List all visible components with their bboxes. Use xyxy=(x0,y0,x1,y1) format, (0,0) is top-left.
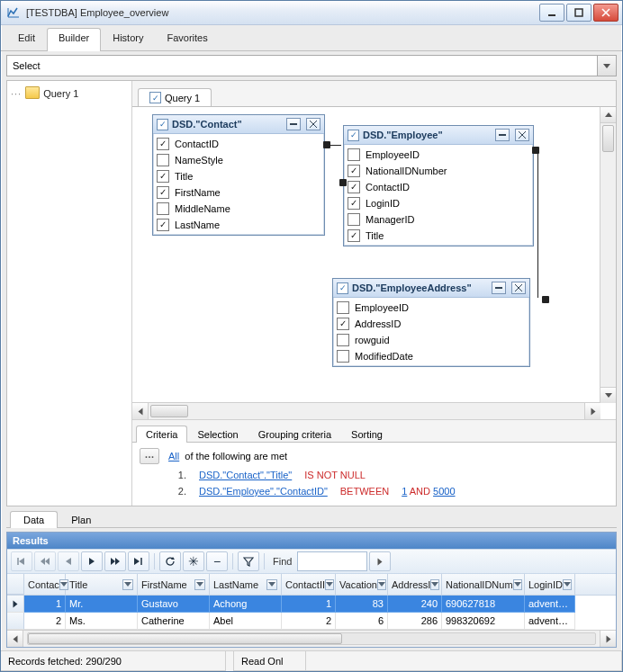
close-table-button[interactable] xyxy=(306,118,321,130)
hscroll-thumb[interactable] xyxy=(150,405,188,417)
field-checkbox[interactable] xyxy=(337,350,349,363)
canvas-hscrollbar[interactable] xyxy=(132,402,600,419)
table-row[interactable]: 1Mr.GustavoAchong183240690627818adventur… xyxy=(7,596,616,613)
canvas-tab-query1[interactable]: Query 1 xyxy=(138,88,212,106)
close-table-button[interactable] xyxy=(515,129,529,141)
field-row[interactable]: Title xyxy=(348,228,529,244)
field-row[interactable]: AddressID xyxy=(337,316,526,332)
main-tab-edit[interactable]: Edit xyxy=(6,28,47,51)
lower-tab-data[interactable]: Data xyxy=(10,511,58,528)
filter-button[interactable] xyxy=(238,551,259,571)
field-row[interactable]: Title xyxy=(157,168,321,184)
column-dropdown-button[interactable] xyxy=(194,579,205,590)
titlebar[interactable]: [TESTDBA] Employee_overview xyxy=(1,1,622,25)
grid-cell[interactable]: Achong xyxy=(210,596,282,613)
lower-tab-plan[interactable]: Plan xyxy=(58,511,104,528)
field-row[interactable]: LoginID xyxy=(348,195,529,211)
vscroll-thumb[interactable] xyxy=(602,125,614,152)
main-tab-favorites[interactable]: Favorites xyxy=(155,28,219,51)
grid-cell[interactable]: 1 xyxy=(282,596,336,613)
collapse-button[interactable] xyxy=(495,129,510,141)
refresh-button[interactable] xyxy=(159,551,181,571)
nav-last-button[interactable] xyxy=(128,551,149,571)
grid-cell[interactable]: Ms. xyxy=(66,613,138,630)
field-checkbox[interactable] xyxy=(348,229,360,242)
tree-item-query[interactable]: ··· Query 1 xyxy=(11,86,128,101)
collapse-button[interactable] xyxy=(286,118,301,130)
field-checkbox[interactable] xyxy=(337,334,349,346)
grid-cell[interactable]: 240 xyxy=(388,596,442,613)
criteria-tab-grouping-criteria[interactable]: Grouping criteria xyxy=(248,426,341,443)
canvas-vscrollbar[interactable] xyxy=(600,107,616,403)
criteria-field-link[interactable]: DSD."Employee"."ContactID" xyxy=(199,486,328,497)
field-checkbox[interactable] xyxy=(157,202,169,215)
field-row[interactable]: ContactID xyxy=(348,179,529,195)
field-checkbox[interactable] xyxy=(157,170,169,183)
field-row[interactable]: ManagerID xyxy=(348,211,529,228)
field-checkbox[interactable] xyxy=(348,197,360,210)
nav-first-button[interactable] xyxy=(11,551,32,571)
grid-cell[interactable]: 2 xyxy=(24,613,66,630)
table-box-empaddr[interactable]: DSD."EmployeeAddress"EmployeeIDAddressID… xyxy=(332,278,530,367)
join-handle[interactable] xyxy=(542,296,549,303)
grid-cell[interactable]: Gustavo xyxy=(138,596,210,613)
field-checkbox[interactable] xyxy=(157,138,169,150)
delete-record-button[interactable]: − xyxy=(206,551,228,571)
scroll-down-button[interactable] xyxy=(600,387,616,403)
nav-next-page-button[interactable] xyxy=(104,551,126,571)
minimize-button[interactable] xyxy=(539,4,564,22)
column-header[interactable]: AddressI xyxy=(388,574,442,595)
scroll-right-button[interactable] xyxy=(584,403,600,419)
nav-prev-button[interactable] xyxy=(58,551,79,571)
main-tab-history[interactable]: History xyxy=(101,28,155,51)
grid-cell[interactable]: Catherine xyxy=(138,613,210,630)
column-dropdown-button[interactable] xyxy=(325,579,334,590)
criteria-operator[interactable]: IS NOT NULL xyxy=(304,470,366,480)
field-row[interactable]: FirstName xyxy=(157,184,321,201)
criteria-operator[interactable]: BETWEEN xyxy=(340,486,389,497)
collapse-button[interactable] xyxy=(492,282,506,294)
column-dropdown-button[interactable] xyxy=(430,579,439,590)
column-dropdown-button[interactable] xyxy=(513,579,522,590)
scroll-left-button[interactable] xyxy=(132,403,149,419)
grid-cell[interactable]: 998320692 xyxy=(442,613,525,630)
select-dropdown[interactable]: Select xyxy=(6,55,598,76)
column-dropdown-button[interactable] xyxy=(122,579,133,590)
grid-cell[interactable]: 286 xyxy=(388,613,442,630)
find-go-button[interactable] xyxy=(369,551,391,571)
table-box-employee[interactable]: DSD."Employee"EmployeeIDNationalIDNumber… xyxy=(343,125,534,246)
hscroll-thumb[interactable] xyxy=(28,633,342,644)
select-dropdown-button[interactable] xyxy=(598,55,617,76)
grid-hscrollbar[interactable] xyxy=(7,630,616,647)
grid-cell[interactable]: 83 xyxy=(336,596,388,613)
nav-prev-page-button[interactable] xyxy=(34,551,56,571)
field-checkbox[interactable] xyxy=(337,318,349,330)
close-button[interactable] xyxy=(593,4,618,22)
field-checkbox[interactable] xyxy=(157,219,169,231)
grid-cell[interactable]: 690627818 xyxy=(442,596,525,613)
field-checkbox[interactable] xyxy=(348,148,360,161)
close-table-button[interactable] xyxy=(511,282,526,294)
grid-cell[interactable]: 1 xyxy=(24,596,66,613)
column-header[interactable]: LoginID xyxy=(525,574,575,595)
field-checkbox[interactable] xyxy=(157,154,169,166)
criteria-menu-button[interactable]: … xyxy=(140,448,159,464)
criteria-tab-criteria[interactable]: Criteria xyxy=(136,426,187,443)
field-row[interactable]: rowguid xyxy=(337,332,526,348)
diagram-canvas[interactable]: DSD."Contact"ContactIDNameStyleTitleFirs… xyxy=(132,107,616,419)
nav-next-button[interactable] xyxy=(81,551,103,571)
column-header[interactable]: Title xyxy=(66,574,138,595)
field-row[interactable]: NationalIDNumber xyxy=(348,163,529,179)
find-input[interactable] xyxy=(297,551,367,571)
table-box-contact[interactable]: DSD."Contact"ContactIDNameStyleTitleFirs… xyxy=(152,114,325,236)
column-header[interactable]: NationalIDNum xyxy=(442,574,525,595)
field-row[interactable]: ModifiedDate xyxy=(337,348,526,364)
criteria-value[interactable]: 1 xyxy=(402,486,407,497)
scroll-right-button[interactable] xyxy=(600,631,616,647)
field-checkbox[interactable] xyxy=(348,165,360,177)
join-handle[interactable] xyxy=(339,179,347,186)
criteria-field-link[interactable]: DSD."Contact"."Title" xyxy=(199,470,292,480)
scroll-left-button[interactable] xyxy=(7,631,23,647)
scroll-up-button[interactable] xyxy=(600,107,616,123)
maximize-button[interactable] xyxy=(566,4,591,22)
